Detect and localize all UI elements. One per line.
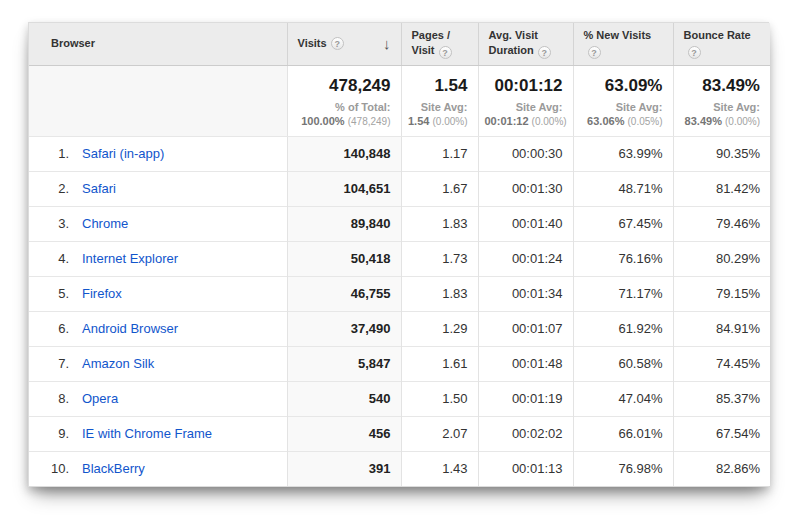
avg-visit-duration-cell: 00:01:34 <box>478 276 573 311</box>
column-header-visits[interactable]: Visits ? ↓ <box>287 23 401 65</box>
row-rank: 9. <box>41 426 69 441</box>
analytics-report-table: Browser Visits ? ↓ Pages / Visit? Avg. V… <box>28 22 769 487</box>
summary-new-visits-delta: (0.05%) <box>627 116 662 127</box>
help-icon[interactable]: ? <box>538 46 551 59</box>
row-rank: 4. <box>41 251 69 266</box>
summary-pages-caption: Site Avg: <box>408 100 468 114</box>
summary-bounce-avg: 83.49% <box>685 115 722 127</box>
summary-pages-avg: 1.54 <box>408 115 429 127</box>
summary-duration-delta: (0.00%) <box>532 116 567 127</box>
row-rank: 8. <box>41 391 69 406</box>
summary-bounce-delta: (0.00%) <box>725 116 760 127</box>
pct-new-visits-cell: 61.92% <box>573 311 673 346</box>
row-rank: 5. <box>41 286 69 301</box>
browser-cell: 3.Chrome <box>29 206 287 241</box>
browser-link[interactable]: BlackBerry <box>82 461 145 476</box>
table-row: 3.Chrome 89,840 1.83 00:01:40 67.45% 79.… <box>29 206 770 241</box>
pages-per-visit-cell: 1.17 <box>401 136 478 171</box>
avg-visit-duration-cell: 00:01:48 <box>478 346 573 381</box>
pages-per-visit-cell: 1.83 <box>401 206 478 241</box>
visits-cell: 140,848 <box>287 136 401 171</box>
row-rank: 2. <box>41 181 69 196</box>
visits-cell: 50,418 <box>287 241 401 276</box>
help-icon[interactable]: ? <box>331 37 344 50</box>
pages-per-visit-cell: 1.61 <box>401 346 478 381</box>
row-rank: 6. <box>41 321 69 336</box>
summary-bounce-total: 83.49% <box>680 75 761 97</box>
browser-cell: 9.IE with Chrome Frame <box>29 416 287 451</box>
column-header-pages-per-visit[interactable]: Pages / Visit? <box>401 23 478 65</box>
table-header: Browser Visits ? ↓ Pages / Visit? Avg. V… <box>29 23 770 65</box>
help-icon[interactable]: ? <box>588 46 601 59</box>
browser-cell: 6.Android Browser <box>29 311 287 346</box>
pages-per-visit-cell: 1.73 <box>401 241 478 276</box>
bounce-rate-cell: 79.15% <box>673 276 770 311</box>
help-icon[interactable]: ? <box>439 46 452 59</box>
browser-cell: 4.Internet Explorer <box>29 241 287 276</box>
bounce-rate-cell: 82.86% <box>673 451 770 486</box>
browser-link[interactable]: Firefox <box>82 286 122 301</box>
summary-pages-total: 1.54 <box>408 75 468 97</box>
pages-per-visit-cell: 1.43 <box>401 451 478 486</box>
browser-link[interactable]: Chrome <box>82 216 128 231</box>
column-header-browser-label: Browser <box>51 37 95 49</box>
table-row: 6.Android Browser 37,490 1.29 00:01:07 6… <box>29 311 770 346</box>
column-header-pct-new-visits[interactable]: % New Visits? <box>573 23 673 65</box>
browser-link[interactable]: IE with Chrome Frame <box>82 426 212 441</box>
pages-per-visit-cell: 1.67 <box>401 171 478 206</box>
sort-descending-icon[interactable]: ↓ <box>383 36 393 51</box>
avg-visit-duration-cell: 00:02:02 <box>478 416 573 451</box>
summary-duration-total: 00:01:12 <box>485 75 563 97</box>
browser-cell: 8.Opera <box>29 381 287 416</box>
browser-cell: 1.Safari (in-app) <box>29 136 287 171</box>
column-header-new-visits-label: % New Visits <box>584 29 652 41</box>
browser-metrics-table: Browser Visits ? ↓ Pages / Visit? Avg. V… <box>29 23 770 486</box>
row-rank: 10. <box>41 461 69 476</box>
avg-visit-duration-cell: 00:01:13 <box>478 451 573 486</box>
summary-new-visits-caption: Site Avg: <box>580 100 663 114</box>
avg-visit-duration-cell: 00:01:40 <box>478 206 573 241</box>
visits-cell: 456 <box>287 416 401 451</box>
summary-duration-avg: 00:01:12 <box>485 115 529 127</box>
summary-visits-pct: 100.00% <box>301 115 344 127</box>
bounce-rate-cell: 79.46% <box>673 206 770 241</box>
browser-link[interactable]: Android Browser <box>82 321 178 336</box>
avg-visit-duration-cell: 00:01:07 <box>478 311 573 346</box>
bounce-rate-cell: 74.45% <box>673 346 770 381</box>
row-rank: 7. <box>41 356 69 371</box>
avg-visit-duration-cell: 00:00:30 <box>478 136 573 171</box>
pages-per-visit-cell: 1.50 <box>401 381 478 416</box>
summary-bounce-cell: 83.49% Site Avg: 83.49% (0.00%) <box>673 65 770 136</box>
visits-cell: 540 <box>287 381 401 416</box>
avg-visit-duration-cell: 00:01:19 <box>478 381 573 416</box>
browser-cell: 7.Amazon Silk <box>29 346 287 381</box>
pct-new-visits-cell: 76.16% <box>573 241 673 276</box>
table-body: 1.Safari (in-app) 140,848 1.17 00:00:30 … <box>29 136 770 486</box>
browser-link[interactable]: Safari (in-app) <box>82 146 164 161</box>
pct-new-visits-cell: 60.58% <box>573 346 673 381</box>
pct-new-visits-cell: 71.17% <box>573 276 673 311</box>
visits-cell: 5,847 <box>287 346 401 381</box>
column-header-avg-visit-duration[interactable]: Avg. Visit Duration? <box>478 23 573 65</box>
browser-link[interactable]: Safari <box>82 181 116 196</box>
browser-link[interactable]: Amazon Silk <box>82 356 154 371</box>
pct-new-visits-cell: 48.71% <box>573 171 673 206</box>
table-row: 10.BlackBerry 391 1.43 00:01:13 76.98% 8… <box>29 451 770 486</box>
summary-pages-cell: 1.54 Site Avg: 1.54 (0.00%) <box>401 65 478 136</box>
column-header-bounce-label: Bounce Rate <box>684 29 751 41</box>
table-row: 8.Opera 540 1.50 00:01:19 47.04% 85.37% <box>29 381 770 416</box>
row-rank: 1. <box>41 146 69 161</box>
row-rank: 3. <box>41 216 69 231</box>
table-row: 2.Safari 104,651 1.67 00:01:30 48.71% 81… <box>29 171 770 206</box>
browser-link[interactable]: Internet Explorer <box>82 251 178 266</box>
help-icon[interactable]: ? <box>688 46 701 59</box>
bounce-rate-cell: 84.91% <box>673 311 770 346</box>
column-header-bounce-rate[interactable]: Bounce Rate? <box>673 23 770 65</box>
table-row: 7.Amazon Silk 5,847 1.61 00:01:48 60.58%… <box>29 346 770 381</box>
column-header-browser[interactable]: Browser <box>29 23 287 65</box>
pages-per-visit-cell: 1.83 <box>401 276 478 311</box>
summary-duration-caption: Site Avg: <box>485 100 563 114</box>
table-row: 4.Internet Explorer 50,418 1.73 00:01:24… <box>29 241 770 276</box>
pct-new-visits-cell: 47.04% <box>573 381 673 416</box>
browser-link[interactable]: Opera <box>82 391 118 406</box>
